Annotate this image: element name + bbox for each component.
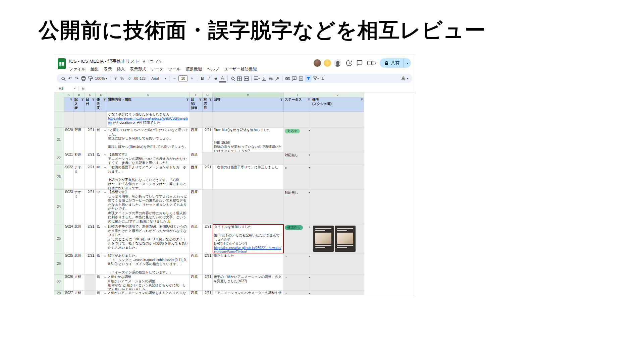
cell-status[interactable]: ○▾ <box>284 165 311 190</box>
vertical-align-icon[interactable] <box>260 74 267 83</box>
cell-status[interactable]: 対応無し▾ <box>284 152 311 165</box>
row-number[interactable] <box>54 112 64 128</box>
column-header-i[interactable]: I <box>284 93 311 97</box>
cell-assignee[interactable]: 西原 <box>190 190 203 224</box>
cell-author[interactable]: ナオミ <box>73 190 85 224</box>
cell-question[interactable]: > 細かいアニメーションの調整をするとさまざまな <box>107 291 190 295</box>
cell-note[interactable] <box>311 291 364 295</box>
cell-assignee[interactable]: 西原 <box>190 275 203 291</box>
column-header-a[interactable]: A <box>64 93 73 97</box>
cell-priority[interactable]: 中▾ <box>96 165 107 190</box>
meet-dropdown-icon[interactable]: ▾ <box>375 62 376 65</box>
cell-question[interactable]: ↑と同じでぼかしもパッと結び付けづらいなと思いました。 出現にぼかしを利用しても… <box>107 128 190 152</box>
cell-note[interactable] <box>311 275 364 291</box>
meet-camera-icon[interactable] <box>367 59 374 67</box>
horizontal-align-icon[interactable]: ▾ <box>253 73 260 83</box>
header-cell-question[interactable]: 質問内容・感想 <box>107 97 190 112</box>
star-icon[interactable]: ★ <box>142 59 146 63</box>
version-history-icon[interactable] <box>345 59 353 67</box>
column-header-f[interactable]: F <box>190 93 203 97</box>
row-number[interactable]: 22 <box>54 152 64 165</box>
cell-author[interactable]: 北川 <box>73 253 85 275</box>
undo-icon[interactable]: ↶ <box>67 74 73 83</box>
share-dropdown[interactable]: ▾ <box>404 58 411 68</box>
status-badge[interactable]: 対応中 <box>285 129 300 133</box>
filter-views-icon[interactable]: ▾ <box>312 73 319 83</box>
cell-assignee[interactable]: 西原 <box>190 165 203 190</box>
cell-date[interactable]: 2/21 <box>85 253 96 275</box>
cell-date[interactable] <box>85 291 96 295</box>
cell-done-date[interactable]: 2/21 <box>203 224 213 253</box>
move-folder-icon[interactable] <box>149 59 153 63</box>
cell-done-date[interactable]: 2/21 <box>203 165 213 190</box>
cell-note[interactable] <box>311 253 364 275</box>
status-text[interactable]: ○ <box>285 166 287 170</box>
fill-color-icon[interactable] <box>229 74 236 83</box>
menu-help[interactable]: ヘルプ <box>207 66 219 72</box>
header-cell-assignee[interactable]: 回答/担当 <box>190 97 203 112</box>
cell-status[interactable]: ○▾ <box>284 291 311 295</box>
cell-answer[interactable]: 修正しました <box>213 253 284 275</box>
cell-id[interactable]: S026 <box>64 275 73 291</box>
cell-question[interactable]: > 細やかな調整 > 細かいアニメーションの調整 細やかな と 細かい という表… <box>107 275 190 291</box>
cell-date[interactable]: 2/21 <box>85 190 96 224</box>
cell-id[interactable]: S025 <box>64 253 73 275</box>
cell-id[interactable]: S024 <box>64 224 73 253</box>
cell-done-date[interactable]: 2/21 <box>203 253 213 275</box>
demo-link[interactable]: https://ics-creative.github.io/250221_hu… <box>214 246 281 254</box>
cell-status[interactable]: 対応中▾ <box>284 128 311 152</box>
select-all-corner[interactable] <box>54 93 64 97</box>
menu-extensions[interactable]: 拡張機能 <box>185 66 202 72</box>
cell-answer[interactable]: 後半の「細かいアニメーションの調整」の文を変更しました(s027) <box>213 275 284 291</box>
text-color-icon[interactable]: A <box>219 74 226 82</box>
italic-icon[interactable]: I <box>206 74 212 83</box>
cell-done-date[interactable]: 2/21 <box>203 128 213 152</box>
cell-done-date[interactable] <box>203 190 213 224</box>
currency-format-icon[interactable]: ¥ <box>112 74 119 83</box>
status-text[interactable]: ○ <box>285 292 287 295</box>
header-cell-date[interactable]: 日付 <box>85 97 96 112</box>
demo-thumbnail[interactable] <box>335 226 356 252</box>
borders-icon[interactable] <box>236 74 243 83</box>
cell-answer[interactable] <box>213 152 284 165</box>
merge-cells-icon[interactable] <box>243 74 250 83</box>
cell-assignee[interactable]: 西原 <box>190 128 203 152</box>
column-header-c[interactable]: C <box>85 93 96 97</box>
cell-priority[interactable]: 中▾ <box>96 190 107 224</box>
menu-edit[interactable]: 編集 <box>91 66 99 72</box>
cell-done-date[interactable]: 2/21 <box>203 291 213 295</box>
cell-date[interactable]: 2/21 <box>85 224 96 253</box>
search-icon[interactable] <box>60 74 67 83</box>
avatar[interactable] <box>333 59 342 67</box>
cell-id[interactable]: S021 <box>64 152 73 165</box>
avatar[interactable] <box>323 59 332 67</box>
cell-answer-selected[interactable]: タイトルを追加しました 池田:以下のデモにも記載いただけませんでしょうか? 比較… <box>213 224 284 253</box>
cell-author[interactable]: ナオミ <box>73 165 85 190</box>
status-text[interactable]: ○ <box>285 254 287 259</box>
cell-priority[interactable]: 低▾ <box>96 253 107 275</box>
menu-view[interactable]: 表示 <box>104 66 112 72</box>
cell-assignee[interactable]: 西原 <box>190 224 203 253</box>
status-badge[interactable]: 確認待ち <box>285 225 303 230</box>
insert-link-icon[interactable] <box>284 74 291 83</box>
row-number[interactable]: 27 <box>54 275 64 291</box>
column-header-b[interactable]: B <box>73 93 85 97</box>
paint-format-icon[interactable] <box>87 74 94 83</box>
row-number[interactable]: 25 <box>54 224 64 253</box>
cell-assignee[interactable]: 西原 <box>190 152 203 165</box>
cell-priority[interactable]: 低▾ <box>96 128 107 152</box>
status-text[interactable]: ○ <box>285 276 287 280</box>
decrease-decimal-icon[interactable]: .0 <box>125 74 132 83</box>
comments-icon[interactable] <box>356 59 363 67</box>
cell-date[interactable]: 2/21 <box>85 165 96 190</box>
functions-icon[interactable]: Σ <box>319 74 326 83</box>
cell-status[interactable]: 対応無し▾ <box>284 190 311 224</box>
column-header-e[interactable]: E <box>107 93 190 97</box>
cell-question[interactable]: 脱字がありました。 「イージングに --ease-in-quad: cubic-… <box>107 253 190 275</box>
menu-tools[interactable]: ツール <box>168 66 181 72</box>
row-number[interactable]: 24 <box>54 190 64 224</box>
row-number[interactable]: 23 <box>54 165 64 190</box>
cell-assignee[interactable]: 西原 <box>190 291 203 295</box>
cell-id[interactable]: S027 <box>64 291 73 295</box>
menu-format[interactable]: 表示形式 <box>130 66 146 72</box>
